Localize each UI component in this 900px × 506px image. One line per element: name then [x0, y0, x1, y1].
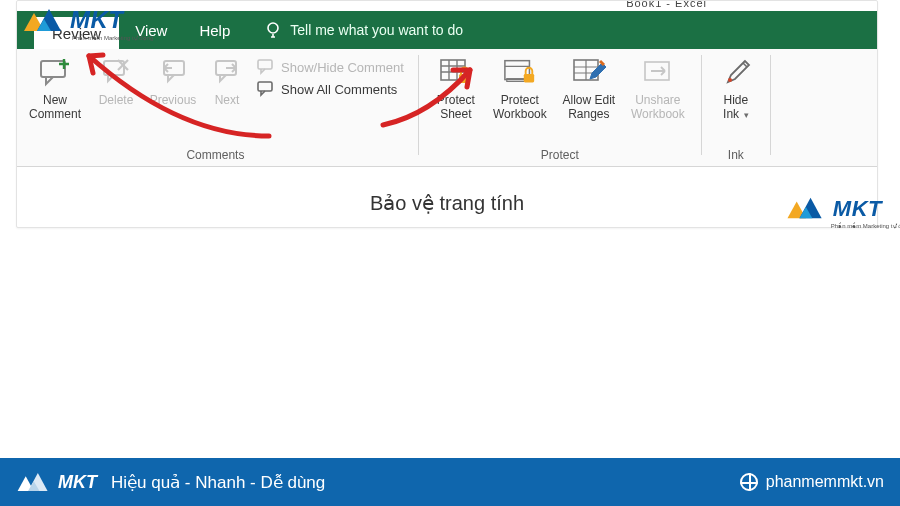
- group-label-comments: Comments: [21, 148, 410, 164]
- globe-icon: [740, 473, 758, 491]
- mkt-mark-icon: [785, 196, 827, 222]
- svg-rect-15: [258, 82, 272, 91]
- lightbulb-icon: [264, 21, 282, 39]
- show-all-comments-button[interactable]: Show All Comments: [257, 81, 404, 97]
- unshare-workbook-icon: [641, 55, 675, 89]
- mkt-mark-icon: [16, 471, 50, 493]
- comment-icon: [257, 59, 275, 75]
- group-separator: [770, 55, 771, 155]
- group-label-ink: Ink: [710, 148, 762, 164]
- ribbon-body: NewComment Delete Previous: [17, 49, 877, 167]
- mkt-logo-text: MKT: [70, 6, 123, 34]
- new-comment-label: NewComment: [29, 93, 81, 121]
- svg-point-3: [268, 23, 278, 33]
- protect-workbook-label: ProtectWorkbook: [493, 93, 547, 121]
- next-comment-label: Next: [215, 93, 240, 107]
- show-all-comments-label: Show All Comments: [281, 82, 397, 97]
- svg-rect-14: [258, 60, 272, 69]
- tab-view[interactable]: View: [119, 11, 183, 49]
- protect-sheet-icon: [439, 55, 473, 89]
- next-comment-icon: [210, 55, 244, 89]
- mkt-logo-right: MKT Phần mềm Marketing tự động: [785, 196, 882, 222]
- new-comment-button[interactable]: NewComment: [21, 53, 89, 121]
- svg-rect-21: [459, 74, 470, 83]
- allow-edit-ranges-icon: [572, 55, 606, 89]
- protect-workbook-icon: [503, 55, 537, 89]
- delete-comment-button: Delete: [89, 53, 143, 107]
- protect-sheet-label: ProtectSheet: [437, 93, 475, 121]
- footer-slogan: Hiệu quả - Nhanh - Dễ dùng: [111, 472, 740, 493]
- unshare-workbook-label: UnshareWorkbook: [631, 93, 685, 121]
- tell-me-label: Tell me what you want to do: [290, 22, 463, 38]
- svg-rect-25: [524, 74, 534, 83]
- unshare-workbook-button: UnshareWorkbook: [623, 53, 693, 121]
- mkt-logo-tag: Phần mềm Marketing tự động: [72, 34, 153, 41]
- window-title: Book1 - Excel: [626, 0, 707, 9]
- delete-comment-label: Delete: [99, 93, 134, 107]
- tab-help[interactable]: Help: [183, 11, 246, 49]
- chevron-down-icon: ▾: [741, 110, 749, 120]
- mkt-logo-text: MKT: [833, 196, 882, 222]
- figure-caption: Bảo vệ trang tính: [17, 191, 877, 215]
- allow-edit-ranges-label: Allow EditRanges: [562, 93, 615, 121]
- show-hide-comment-label: Show/Hide Comment: [281, 60, 404, 75]
- svg-point-32: [728, 78, 732, 82]
- footer-url[interactable]: phanmemmkt.vn: [740, 473, 884, 491]
- hide-ink-label: HideInk ▾: [723, 93, 749, 122]
- hide-ink-button[interactable]: HideInk ▾: [710, 53, 762, 122]
- footer-url-text: phanmemmkt.vn: [766, 473, 884, 491]
- previous-comment-button: Previous: [143, 53, 203, 107]
- previous-comment-label: Previous: [150, 93, 197, 107]
- mkt-logo-tag: Phần mềm Marketing tự động: [831, 222, 900, 229]
- mkt-logo-top: MKT Phần mềm Marketing tự động: [22, 6, 123, 34]
- comments-icon: [257, 81, 275, 97]
- ribbon-tabstrip: Review View Help Tell me what you want t…: [17, 11, 877, 49]
- group-label-protect: Protect: [427, 148, 693, 164]
- show-hide-comment-button: Show/Hide Comment: [257, 59, 404, 75]
- delete-comment-icon: [99, 55, 133, 89]
- allow-edit-ranges-button[interactable]: Allow EditRanges: [555, 53, 623, 121]
- footer-logo-text: MKT: [58, 472, 97, 493]
- hide-ink-icon: [719, 55, 753, 89]
- tell-me-search[interactable]: Tell me what you want to do: [264, 11, 463, 49]
- footer-logo: MKT: [16, 471, 97, 493]
- page-footer: MKT Hiệu quả - Nhanh - Dễ dùng phanmemmk…: [0, 458, 900, 506]
- protect-sheet-button[interactable]: ProtectSheet: [427, 53, 485, 121]
- mkt-mark-icon: [22, 7, 64, 33]
- next-comment-button: Next: [203, 53, 251, 107]
- previous-comment-icon: [156, 55, 190, 89]
- new-comment-icon: [38, 55, 72, 89]
- protect-workbook-button[interactable]: ProtectWorkbook: [485, 53, 555, 121]
